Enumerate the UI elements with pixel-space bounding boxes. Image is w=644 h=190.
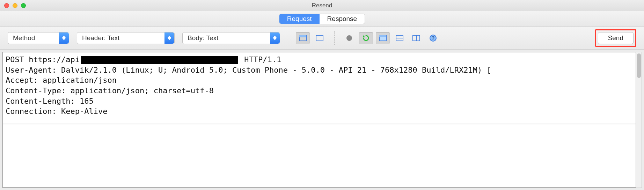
body-format-select[interactable]: Body: Text [182, 32, 280, 44]
rows-icon [395, 34, 404, 42]
browser-icon [379, 34, 387, 42]
vertical-scrollbar[interactable] [636, 52, 642, 188]
titlebar: Resend [0, 0, 644, 11]
header-format-select-label: Header: Text [82, 34, 119, 42]
traffic-lights [4, 3, 26, 8]
stacked-view-icon [299, 34, 307, 42]
send-highlight-box: Send [595, 29, 636, 47]
toolbar-right: Send [595, 29, 636, 47]
select-arrows-icon [164, 32, 174, 44]
body-panel[interactable] [3, 124, 636, 187]
maximize-window-button[interactable] [21, 3, 26, 8]
svg-rect-2 [316, 35, 323, 41]
header-format-select[interactable]: Header: Text [77, 32, 175, 44]
request-header-line: Accept: application/json [6, 76, 117, 85]
svg-rect-1 [299, 35, 306, 37]
scrollbar-thumb[interactable] [637, 53, 641, 78]
request-header-line: User-Agent: Dalvik/2.1.0 (Linux; U; Andr… [6, 66, 491, 74]
toolbar-divider [288, 31, 288, 45]
browser-button[interactable] [376, 32, 390, 44]
help-icon: ? [429, 34, 437, 42]
resend-icon [362, 34, 370, 42]
svg-text:?: ? [432, 35, 435, 41]
request-method: POST [6, 55, 24, 64]
record-icon [345, 34, 353, 42]
tab-bar: Request Response [0, 11, 644, 27]
columns-icon [412, 34, 420, 42]
columns-button[interactable] [409, 32, 423, 44]
method-select-label: Method [13, 34, 35, 42]
toolbar-divider [334, 31, 335, 45]
select-arrows-icon [270, 32, 280, 44]
close-window-button[interactable] [4, 3, 9, 8]
single-view-icon [315, 34, 324, 42]
request-header-line: Content-Type: application/json; charset=… [6, 86, 214, 95]
body-format-select-label: Body: Text [188, 34, 218, 42]
minimize-window-button[interactable] [13, 3, 17, 8]
tab-response[interactable]: Response [320, 14, 365, 24]
window: Resend Request Response Method Header: T… [0, 0, 644, 190]
view-single-button[interactable] [313, 32, 327, 44]
toolbar: Method Header: Text Body: Text [0, 27, 644, 50]
select-arrows-icon [59, 32, 69, 44]
headers-panel[interactable]: POST https://api HTTP/1.1 User-Agent: Da… [3, 52, 636, 124]
request-protocol: HTTP/1.1 [244, 55, 281, 64]
view-stacked-button[interactable] [296, 32, 310, 44]
send-button[interactable]: Send [598, 32, 634, 44]
content-area: POST https://api HTTP/1.1 User-Agent: Da… [0, 50, 644, 190]
action-icon-group: ? [342, 32, 440, 44]
request-text[interactable]: POST https://api HTTP/1.1 User-Agent: Da… [6, 54, 633, 117]
help-button[interactable]: ? [426, 32, 440, 44]
window-title: Resend [0, 2, 644, 9]
request-url-prefix: https://api [29, 55, 80, 64]
request-header-line: Connection: Keep-Alive [6, 107, 107, 116]
view-icon-group [296, 32, 327, 44]
tab-request[interactable]: Request [279, 14, 320, 24]
rows-button[interactable] [393, 32, 407, 44]
method-select[interactable]: Method [8, 32, 69, 44]
record-button[interactable] [342, 32, 356, 44]
svg-rect-5 [379, 35, 386, 37]
redacted-url [81, 56, 238, 64]
svg-point-3 [346, 35, 352, 41]
request-header-line: Content-Length: 165 [6, 97, 94, 105]
toolbar-divider [448, 31, 448, 45]
editor-panels: POST https://api HTTP/1.1 User-Agent: Da… [2, 52, 636, 188]
resend-button[interactable] [359, 32, 373, 44]
tab-segmented-control: Request Response [279, 14, 365, 24]
